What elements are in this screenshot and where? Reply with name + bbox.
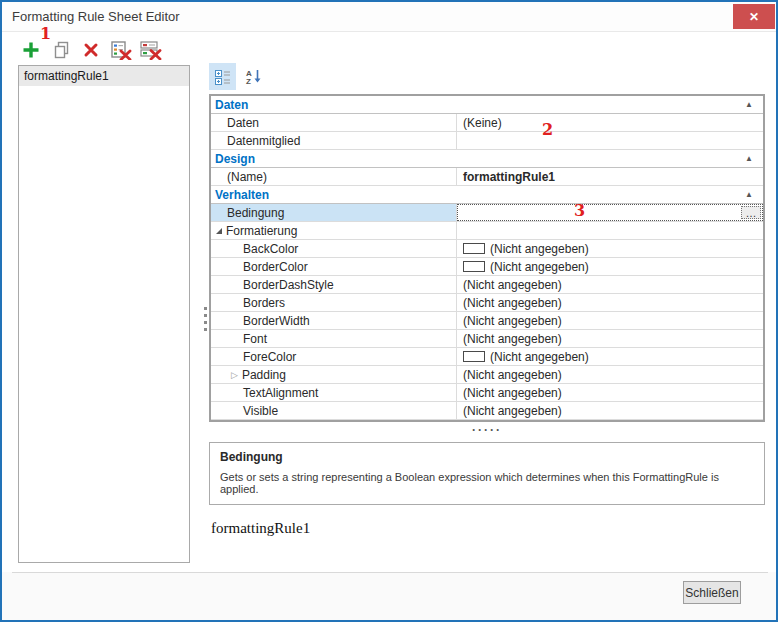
property-label: Borders: [211, 294, 457, 311]
property-value[interactable]: (Keine): [457, 114, 763, 131]
property-value[interactable]: [457, 222, 763, 239]
schliessen-button[interactable]: Schließen: [683, 581, 741, 604]
property-row-borders[interactable]: Borders (Nicht angegeben): [211, 294, 763, 312]
property-row-forecolor[interactable]: ForeColor (Nicht angegeben): [211, 348, 763, 366]
categorized-view-button[interactable]: [209, 63, 236, 90]
plus-icon: [21, 40, 41, 60]
property-grid: Daten ▲ Daten (Keine) Datenmitglied Desi…: [209, 94, 765, 422]
description-panel: Bedingung Gets or sets a string represen…: [209, 442, 765, 505]
expand-icon[interactable]: ▷: [231, 370, 238, 380]
copy-icon: [52, 40, 71, 60]
description-text: Gets or sets a string representing a Boo…: [220, 471, 754, 495]
property-value[interactable]: (Nicht angegeben): [457, 294, 763, 311]
property-label: (Name): [211, 168, 457, 185]
property-row-daten[interactable]: Daten (Keine): [211, 114, 763, 132]
property-value[interactable]: (Nicht angegeben): [457, 402, 763, 419]
property-value[interactable]: [457, 132, 763, 149]
color-swatch: [463, 351, 485, 362]
property-value[interactable]: (Nicht angegeben): [457, 240, 763, 257]
property-value[interactable]: formattingRule1: [457, 168, 763, 185]
property-value[interactable]: (Nicht angegeben): [457, 348, 763, 365]
property-value[interactable]: (Nicht angegeben): [457, 366, 763, 383]
category-row-verhalten[interactable]: Verhalten ▲: [211, 186, 763, 204]
property-row-backcolor[interactable]: BackColor (Nicht angegeben): [211, 240, 763, 258]
category-label: Design: [215, 152, 255, 166]
close-icon: ✕: [749, 10, 759, 24]
close-button[interactable]: ✕: [733, 4, 775, 29]
property-row-name[interactable]: (Name) formattingRule1: [211, 168, 763, 186]
svg-text:Z: Z: [246, 77, 251, 85]
property-row-padding[interactable]: ▷ Padding (Nicht angegeben): [211, 366, 763, 384]
property-row-borderwidth[interactable]: BorderWidth (Nicht angegeben): [211, 312, 763, 330]
category-label: Verhalten: [215, 188, 269, 202]
property-label: Datenmitglied: [211, 132, 457, 149]
property-row-textalignment[interactable]: TextAlignment (Nicht angegeben): [211, 384, 763, 402]
delete-x-icon: [82, 41, 100, 59]
description-title: Bedingung: [220, 450, 754, 464]
property-row-datenmitglied[interactable]: Datenmitglied: [211, 132, 763, 150]
property-label: BorderColor: [211, 258, 457, 275]
property-label: BorderWidth: [211, 312, 457, 329]
sheet-delete-icon: [111, 41, 132, 60]
rows-delete-icon: [140, 41, 162, 60]
property-label: Visible: [211, 402, 457, 419]
property-label: Daten: [211, 114, 457, 131]
property-label: ▷ Padding: [211, 366, 457, 383]
category-row-daten[interactable]: Daten ▲: [211, 96, 763, 114]
delete-rule-button[interactable]: [76, 38, 106, 62]
property-label: TextAlignment: [211, 384, 457, 401]
collapse-arrow-icon[interactable]: ▲: [745, 100, 753, 109]
property-label: Bedingung: [211, 204, 457, 221]
footer-separator: [12, 572, 768, 573]
property-label: Font: [211, 330, 457, 347]
copy-rule-button[interactable]: [46, 38, 76, 62]
property-grid-toolbar: A Z: [209, 63, 271, 90]
footer: [2, 572, 776, 620]
property-row-formatierung[interactable]: Formatierung: [211, 222, 763, 240]
property-value[interactable]: (Nicht angegeben): [457, 276, 763, 293]
grid-splitter-handle[interactable]: ·····: [209, 423, 765, 437]
property-value[interactable]: (Nicht angegeben): [457, 384, 763, 401]
vertical-splitter-handle[interactable]: [202, 302, 208, 336]
property-value[interactable]: (Nicht angegeben): [457, 258, 763, 275]
color-swatch: [463, 243, 485, 254]
bedingung-editor[interactable]: …: [457, 204, 763, 221]
property-value[interactable]: (Nicht angegeben): [457, 330, 763, 347]
category-row-design[interactable]: Design ▲: [211, 150, 763, 168]
window-title: Formatting Rule Sheet Editor: [12, 9, 180, 24]
toolbar: [16, 37, 166, 63]
property-row-bedingung[interactable]: Bedingung …: [211, 204, 763, 222]
az-sort-icon: A Z: [245, 68, 262, 85]
property-label: ForeColor: [211, 348, 457, 365]
collapse-arrow-icon[interactable]: ▲: [745, 190, 753, 199]
alphabetical-sort-button[interactable]: A Z: [240, 63, 267, 90]
rule-list-item[interactable]: formattingRule1: [19, 66, 189, 86]
property-label: BorderDashStyle: [211, 276, 457, 293]
categorized-icon: [215, 69, 231, 85]
property-label: BackColor: [211, 240, 457, 257]
color-swatch: [463, 261, 485, 272]
delete-sheet-rules-button[interactable]: [106, 38, 136, 62]
collapse-arrow-icon[interactable]: ▲: [745, 154, 753, 163]
category-label: Daten: [215, 98, 248, 112]
delete-all-rules-button[interactable]: [136, 38, 166, 62]
add-rule-button[interactable]: [16, 38, 46, 62]
property-label: Formatierung: [211, 222, 457, 239]
rule-list: formattingRule1: [18, 65, 190, 563]
property-value[interactable]: (Nicht angegeben): [457, 312, 763, 329]
preview-text: formattingRule1: [211, 520, 310, 537]
expand-icon[interactable]: [216, 228, 222, 234]
ellipsis-button[interactable]: …: [741, 206, 761, 219]
property-row-borderdashstyle[interactable]: BorderDashStyle (Nicht angegeben): [211, 276, 763, 294]
property-row-bordercolor[interactable]: BorderColor (Nicht angegeben): [211, 258, 763, 276]
property-row-visible[interactable]: Visible (Nicht angegeben): [211, 402, 763, 420]
formatting-rule-sheet-editor-window: Formatting Rule Sheet Editor ✕: [0, 0, 778, 622]
title-bar: Formatting Rule Sheet Editor ✕: [2, 2, 776, 32]
property-row-font[interactable]: Font (Nicht angegeben): [211, 330, 763, 348]
